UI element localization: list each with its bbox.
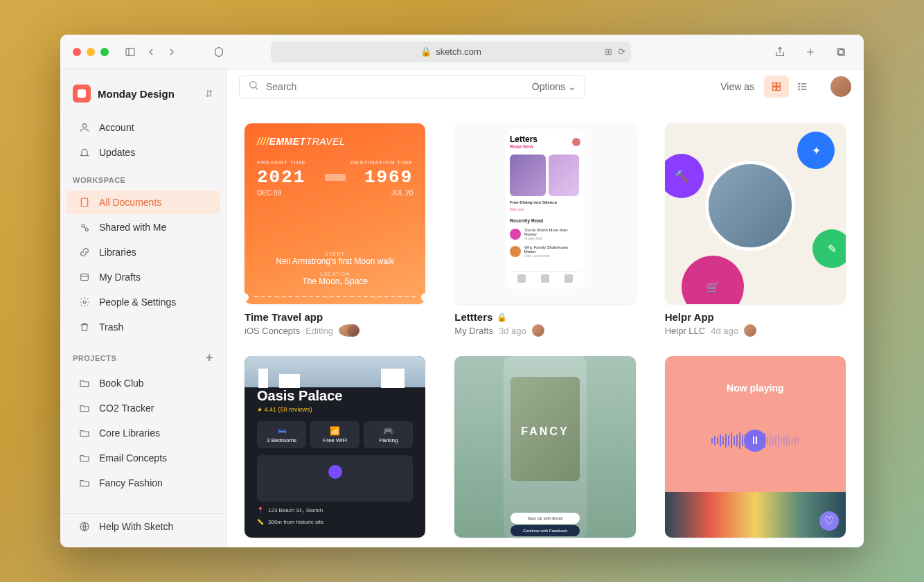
pause-icon: ⏸ xyxy=(744,430,766,452)
browser-window: 🔒 sketch.com ⊞ ⟳ Monday Design ⇵ Account xyxy=(60,35,864,547)
workspace-icon xyxy=(73,85,91,103)
sidebar-item-label: Account xyxy=(99,122,134,133)
document-card[interactable]: LettersRead Now Free Diving into Silence… xyxy=(454,123,635,337)
svg-rect-0 xyxy=(126,48,134,55)
document-card[interactable]: Now playing ⏸ ♡ xyxy=(665,356,846,537)
document-card[interactable]: ////EMMETTRAVEL PRESENT TIMEDESTINATION … xyxy=(245,123,425,337)
document-thumbnail: ✦ 🔨 ✎ 🛒 xyxy=(665,123,846,304)
document-thumbnail: Now playing ⏸ ♡ xyxy=(665,356,846,537)
sidebar-toggle-icon[interactable] xyxy=(121,43,139,61)
sidebar-item-label: Core Libraries xyxy=(99,427,160,439)
svg-point-16 xyxy=(250,82,256,88)
sidebar-item-trash[interactable]: Trash xyxy=(66,315,220,339)
sidebar-item-label: Shared with Me xyxy=(99,222,166,233)
view-as-label: View as xyxy=(720,81,754,92)
svg-point-27 xyxy=(799,89,799,89)
view-toggle xyxy=(764,76,815,98)
user-avatar[interactable] xyxy=(830,76,851,97)
globe-icon xyxy=(78,520,91,533)
sidebar-item-label: My Drafts xyxy=(99,272,141,283)
sidebar-item-label: Book Club xyxy=(99,378,144,389)
toolbar: Options ⌄ View as xyxy=(226,69,864,104)
search-icon xyxy=(248,80,259,94)
document-card[interactable]: ✦ 🔨 ✎ 🛒 Helpr App Helpr LLC 4d ago xyxy=(665,123,846,337)
document-card[interactable]: FANCY Sign Up with Email Continue with F… xyxy=(454,356,635,537)
document-card[interactable]: Oasis Palace ★ 4.41 (58 reviews) 🛏3 Bedr… xyxy=(245,356,425,537)
sidebar-item-label: Email Concepts xyxy=(99,452,167,464)
document-thumbnail: FANCY Sign Up with Email Continue with F… xyxy=(454,356,635,537)
document-title: Helpr App xyxy=(665,311,846,323)
section-label-projects: PROJECTS + xyxy=(60,340,226,371)
app-body: Monday Design ⇵ Account Updates WORKSPAC… xyxy=(60,69,864,547)
chevron-updown-icon: ⇵ xyxy=(205,88,213,99)
document-title: Lettters 🔒 xyxy=(454,311,635,323)
workspace-switcher[interactable]: Monday Design ⇵ xyxy=(69,80,217,107)
collaborator-avatars xyxy=(339,324,359,337)
back-button[interactable] xyxy=(142,43,160,61)
sidebar-item-project[interactable]: CO2 Tracker xyxy=(66,396,220,420)
search-options-button[interactable]: Options ⌄ xyxy=(532,81,576,92)
share-icon xyxy=(78,221,91,233)
svg-line-11 xyxy=(84,227,86,229)
sidebar-item-settings[interactable]: People & Settings xyxy=(66,290,220,314)
sidebar-item-label: Help With Sketch xyxy=(99,521,173,532)
brush-icon: ✎ xyxy=(812,229,846,268)
sidebar: Monday Design ⇵ Account Updates WORKSPAC… xyxy=(60,69,226,547)
sidebar-item-project[interactable]: Fancy Fashion xyxy=(66,471,220,495)
share-icon[interactable] xyxy=(771,43,789,61)
maximize-window-button[interactable] xyxy=(100,48,109,56)
sidebar-item-label: Trash xyxy=(99,321,123,333)
portrait-image xyxy=(705,161,795,251)
forward-button[interactable] xyxy=(163,43,181,61)
search-container: Options ⌄ xyxy=(239,75,585,98)
lock-icon: 🔒 xyxy=(420,46,432,57)
close-window-button[interactable] xyxy=(73,48,81,56)
document-thumbnail: Oasis Palace ★ 4.41 (58 reviews) 🛏3 Bedr… xyxy=(245,356,425,537)
document-grid: ////EMMETTRAVEL PRESENT TIMEDESTINATION … xyxy=(226,104,864,547)
sidebar-item-project[interactable]: Core Libraries xyxy=(66,421,220,445)
grid-view-button[interactable] xyxy=(764,76,789,98)
drafts-icon xyxy=(78,271,91,283)
translate-icon[interactable]: ⊞ xyxy=(605,46,612,57)
titlebar: 🔒 sketch.com ⊞ ⟳ xyxy=(60,35,864,69)
sidebar-item-help[interactable]: Help With Sketch xyxy=(66,515,220,538)
sidebar-item-account[interactable]: Account xyxy=(66,116,220,139)
tabs-overview-icon[interactable] xyxy=(832,43,850,61)
sidebar-item-project[interactable]: Email Concepts xyxy=(66,446,220,470)
sidebar-item-all-documents[interactable]: All Documents xyxy=(66,191,220,214)
waveform: ⏸ xyxy=(711,432,799,449)
svg-point-26 xyxy=(799,86,799,87)
cart-icon: 🛒 xyxy=(682,256,744,304)
sidebar-item-label: Libraries xyxy=(99,247,136,258)
svg-point-7 xyxy=(82,124,86,127)
sidebar-item-updates[interactable]: Updates xyxy=(66,141,220,164)
chevron-down-icon: ⌄ xyxy=(568,81,576,92)
list-view-button[interactable] xyxy=(790,76,815,98)
folder-icon xyxy=(78,452,91,464)
sidebar-item-project[interactable]: Book Club xyxy=(66,371,220,395)
new-tab-icon[interactable] xyxy=(801,43,819,61)
workspace-name: Monday Design xyxy=(98,88,198,100)
add-project-button[interactable]: + xyxy=(206,351,213,365)
address-bar[interactable]: 🔒 sketch.com ⊞ ⟳ xyxy=(271,42,631,62)
document-thumbnail: LettersRead Now Free Diving into Silence… xyxy=(454,123,635,304)
document-title: Time Travel app xyxy=(245,311,425,323)
svg-rect-19 xyxy=(777,83,781,87)
svg-rect-12 xyxy=(81,274,89,280)
collaborator-avatar xyxy=(744,324,756,337)
sidebar-item-shared[interactable]: Shared with Me xyxy=(66,215,220,239)
document-thumbnail: ////EMMETTRAVEL PRESENT TIMEDESTINATION … xyxy=(245,123,425,304)
sidebar-item-label: Updates xyxy=(99,147,135,158)
sidebar-item-drafts[interactable]: My Drafts xyxy=(66,265,220,289)
minimize-window-button[interactable] xyxy=(87,48,95,56)
sidebar-item-libraries[interactable]: Libraries xyxy=(66,240,220,264)
bell-icon xyxy=(78,146,91,159)
sidebar-item-label: All Documents xyxy=(99,197,161,208)
folder-icon xyxy=(78,427,91,439)
svg-rect-6 xyxy=(837,48,844,54)
reload-icon[interactable]: ⟳ xyxy=(618,46,625,57)
shield-icon[interactable] xyxy=(210,43,228,61)
sidebar-item-label: Fancy Fashion xyxy=(99,477,163,488)
search-input[interactable] xyxy=(266,81,525,92)
document-meta: Helpr LLC 4d ago xyxy=(665,324,846,337)
